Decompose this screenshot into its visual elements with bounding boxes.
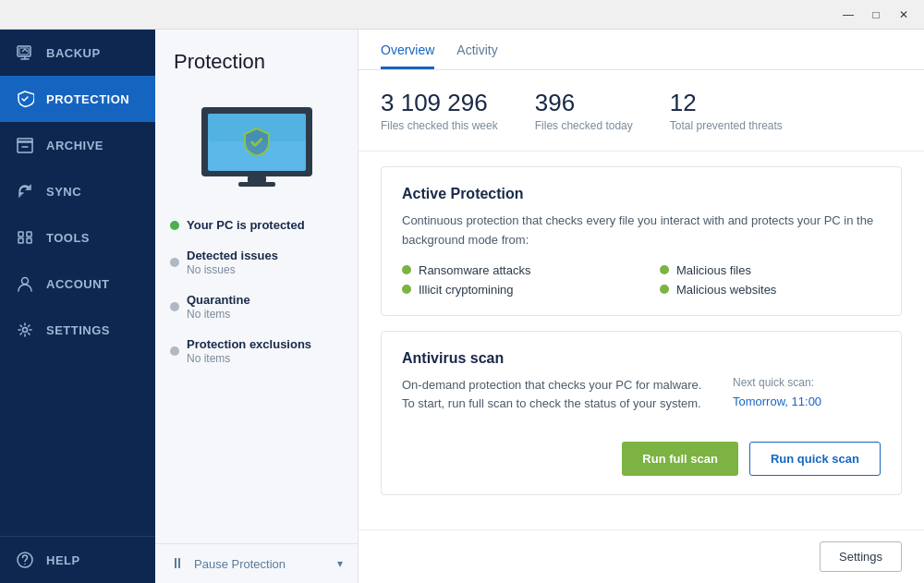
settings-icon <box>15 320 35 340</box>
svg-rect-5 <box>27 232 31 237</box>
archive-icon <box>15 135 35 155</box>
tools-icon <box>15 227 35 248</box>
sidebar-item-settings[interactable]: SETTINGS <box>0 307 155 353</box>
maximize-button[interactable]: □ <box>863 6 889 24</box>
feature-malicious-files-label: Malicious files <box>676 263 751 277</box>
scan-buttons: Run full scan Run quick scan <box>402 442 881 476</box>
status-dot-green <box>170 221 179 230</box>
svg-rect-15 <box>248 176 266 182</box>
active-protection-title: Active Protection <box>402 186 881 202</box>
sidebar-item-archive-label: ARCHIVE <box>46 139 140 152</box>
sidebar-item-settings-label: SETTINGS <box>46 323 140 337</box>
feature-ransomware-label: Ransomware attacks <box>419 263 530 277</box>
stat-files-today: 396 Files checked today <box>535 89 633 132</box>
stat-files-week-value: 3 109 296 <box>381 89 498 117</box>
minimize-button[interactable]: — <box>835 6 861 24</box>
features-grid: Ransomware attacks Malicious files Illic… <box>402 263 881 297</box>
svg-rect-3 <box>18 139 32 142</box>
tab-overview[interactable]: Overview <box>381 30 434 69</box>
cards-area: Active Protection Continuous protection … <box>359 152 924 510</box>
svg-point-8 <box>22 278 29 285</box>
pause-label: Pause Protection <box>194 557 328 571</box>
next-scan-label: Next quick scan: <box>733 376 814 389</box>
sidebar-item-backup[interactable]: BACKUP <box>0 30 155 76</box>
run-full-scan-button[interactable]: Run full scan <box>622 442 738 476</box>
status-dot-gray-1 <box>170 258 179 267</box>
svg-rect-16 <box>238 182 275 187</box>
sidebar-item-protection[interactable]: PROTECTION <box>0 76 155 122</box>
feature-malicious-files: Malicious files <box>660 263 881 277</box>
close-button[interactable]: ✕ <box>891 6 917 24</box>
title-bar: — □ ✕ <box>0 0 924 30</box>
sidebar-item-tools[interactable]: TOOLS <box>0 214 155 261</box>
feature-malicious-websites: Malicious websites <box>660 283 881 297</box>
svg-rect-7 <box>27 238 31 243</box>
settings-button[interactable]: Settings <box>820 541 902 572</box>
tab-activity[interactable]: Activity <box>456 30 497 69</box>
svg-point-11 <box>24 564 26 565</box>
settings-btn-area: Settings <box>359 529 924 583</box>
left-panel: Protection <box>155 30 359 583</box>
backup-icon <box>15 43 35 63</box>
run-quick-scan-button[interactable]: Run quick scan <box>749 442 881 476</box>
status-exclusions[interactable]: Protection exclusions No items <box>170 337 343 365</box>
svg-rect-6 <box>18 238 23 243</box>
sidebar-item-protection-label: PROTECTION <box>46 92 140 106</box>
feature-malicious-websites-label: Malicious websites <box>676 283 776 297</box>
status-exclusions-text: Protection exclusions No items <box>187 337 311 365</box>
status-protected[interactable]: Your PC is protected <box>170 218 343 232</box>
feature-cryptomining: Illicit cryptomining <box>402 283 623 297</box>
antivirus-content: On-demand protection that checks your PC… <box>402 376 881 428</box>
sync-icon <box>15 181 35 201</box>
sidebar: BACKUP PROTECTION ARCHIVE <box>0 30 155 583</box>
antivirus-desc: On-demand protection that checks your PC… <box>402 376 711 415</box>
sidebar-item-help-label: HELP <box>46 553 140 567</box>
stat-files-today-value: 396 <box>535 89 633 117</box>
tabs: Overview Activity <box>359 30 924 70</box>
svg-rect-4 <box>18 232 23 237</box>
sidebar-item-sync-label: SYNC <box>46 185 140 199</box>
protection-icon <box>15 89 35 109</box>
next-scan-time: Tomorrow, 11:00 <box>733 395 821 408</box>
svg-point-9 <box>23 328 28 333</box>
window-controls: — □ ✕ <box>835 6 917 24</box>
active-protection-card: Active Protection Continuous protection … <box>381 166 902 316</box>
status-dot-gray-3 <box>170 346 179 356</box>
stat-files-today-label: Files checked today <box>535 119 633 132</box>
status-section: Your PC is protected Detected issues No … <box>155 218 358 365</box>
sidebar-item-account-label: ACCOUNT <box>46 277 140 291</box>
main-content: Protection <box>155 30 924 583</box>
feature-cryptomining-label: Illicit cryptomining <box>419 283 514 297</box>
feature-dot-ransomware <box>402 265 411 274</box>
antivirus-desc-col: On-demand protection that checks your PC… <box>402 376 711 428</box>
pc-image <box>155 89 358 218</box>
right-panel: Overview Activity 3 109 296 Files checke… <box>359 30 924 583</box>
status-dot-gray-2 <box>170 302 179 311</box>
status-protected-text: Your PC is protected <box>187 218 305 232</box>
stat-files-week-label: Files checked this week <box>381 119 498 132</box>
account-icon <box>15 273 35 294</box>
pause-icon: ⏸ <box>170 555 185 572</box>
stat-prevented: 12 Total prevented threats <box>670 89 783 132</box>
sidebar-bottom: HELP <box>0 536 155 583</box>
stat-prevented-label: Total prevented threats <box>670 119 783 132</box>
sidebar-item-backup-label: BACKUP <box>46 46 140 60</box>
status-detected-issues[interactable]: Detected issues No issues <box>170 249 343 276</box>
sidebar-item-account[interactable]: ACCOUNT <box>0 261 155 307</box>
sidebar-item-sync[interactable]: SYNC <box>0 168 155 214</box>
sidebar-item-help[interactable]: HELP <box>0 537 155 583</box>
status-quarantine[interactable]: Quarantine No items <box>170 293 343 321</box>
feature-dot-malicious-websites <box>660 285 669 294</box>
feature-ransomware: Ransomware attacks <box>402 263 623 277</box>
status-quarantine-text: Quarantine No items <box>187 293 250 321</box>
sidebar-item-archive[interactable]: ARCHIVE <box>0 122 155 168</box>
stat-files-week: 3 109 296 Files checked this week <box>381 89 498 132</box>
page-title: Protection <box>155 30 358 89</box>
feature-dot-cryptomining <box>402 285 411 294</box>
help-icon <box>15 550 35 570</box>
stat-prevented-value: 12 <box>670 89 783 117</box>
pause-protection-button[interactable]: ⏸ Pause Protection ▾ <box>155 543 358 583</box>
status-detected-text: Detected issues No issues <box>187 249 278 276</box>
feature-dot-malicious-files <box>660 265 669 274</box>
stats-row: 3 109 296 Files checked this week 396 Fi… <box>359 70 924 152</box>
